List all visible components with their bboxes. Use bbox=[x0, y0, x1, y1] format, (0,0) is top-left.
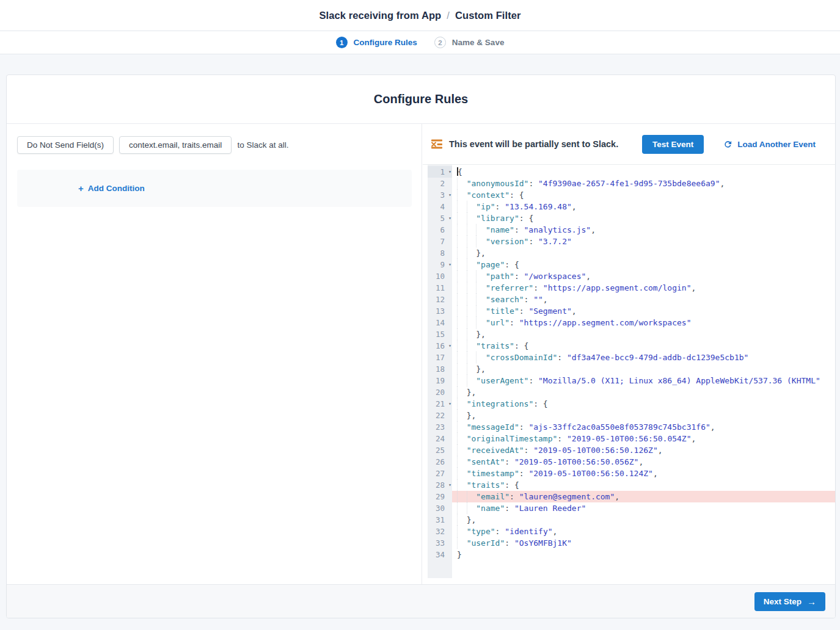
line-number[interactable]: 8 bbox=[428, 247, 452, 259]
line-number[interactable]: 25 bbox=[428, 444, 452, 456]
line-number[interactable]: 27 bbox=[428, 468, 452, 479]
code-line[interactable]: 17"crossDomainId": "df3a47ee-bcc9-479d-a… bbox=[423, 352, 835, 363]
line-number[interactable]: 29 bbox=[428, 491, 452, 502]
code-text[interactable]: "path": "/workspaces", bbox=[452, 270, 835, 282]
line-number[interactable]: 12 bbox=[428, 294, 452, 305]
add-condition-button[interactable]: + Add Condition bbox=[78, 184, 145, 193]
line-number[interactable]: 16▾ bbox=[428, 340, 452, 352]
code-line[interactable]: 29"email": "lauren@segment.com", bbox=[423, 491, 835, 502]
code-line[interactable]: 12"search": "", bbox=[423, 294, 835, 305]
code-text[interactable]: }, bbox=[452, 386, 835, 398]
code-text[interactable]: "type": "identify", bbox=[452, 526, 835, 537]
code-line[interactable]: 19"userAgent": "Mozilla/5.0 (X11; Linux … bbox=[423, 375, 835, 386]
code-line[interactable]: 26"sentAt": "2019-05-10T00:56:50.056Z", bbox=[423, 456, 835, 468]
code-text[interactable]: "originalTimestamp": "2019-05-10T00:56:5… bbox=[452, 433, 835, 444]
fold-caret-icon[interactable]: ▾ bbox=[448, 259, 451, 270]
code-line[interactable]: 28▾"traits": { bbox=[423, 479, 835, 491]
code-text[interactable]: "traits": { bbox=[452, 479, 835, 491]
code-text[interactable]: "anonymousId": "4f9390ae-2657-4fe1-9d95-… bbox=[452, 178, 835, 189]
code-text[interactable]: { bbox=[452, 166, 835, 178]
code-line[interactable]: 22}, bbox=[423, 410, 835, 421]
line-number[interactable]: 34 bbox=[428, 549, 452, 560]
code-text[interactable]: "sentAt": "2019-05-10T00:56:50.056Z", bbox=[452, 456, 835, 468]
code-text[interactable]: "traits": { bbox=[452, 340, 835, 352]
code-line[interactable]: 25"receivedAt": "2019-05-10T00:56:50.126… bbox=[423, 444, 835, 456]
line-number[interactable]: 15 bbox=[428, 328, 452, 340]
load-another-event-button[interactable]: Load Another Event bbox=[723, 140, 816, 149]
line-number[interactable]: 20 bbox=[428, 386, 452, 398]
code-line[interactable]: 4"ip": "13.54.169.48", bbox=[423, 201, 835, 212]
code-text[interactable]: } bbox=[452, 549, 835, 560]
code-text[interactable]: "crossDomainId": "df3a47ee-bcc9-479d-add… bbox=[452, 352, 835, 363]
fold-caret-icon[interactable]: ▾ bbox=[448, 340, 451, 352]
code-text[interactable]: "receivedAt": "2019-05-10T00:56:50.126Z"… bbox=[452, 444, 835, 456]
code-line[interactable]: 8}, bbox=[423, 247, 835, 259]
code-line[interactable]: 7"version": "3.7.2" bbox=[423, 236, 835, 247]
line-number[interactable]: 14 bbox=[428, 317, 452, 328]
code-line[interactable]: 10"path": "/workspaces", bbox=[423, 270, 835, 282]
line-number[interactable]: 30 bbox=[428, 502, 452, 514]
code-text[interactable]: "version": "3.7.2" bbox=[452, 236, 835, 247]
test-event-button[interactable]: Test Event bbox=[642, 135, 704, 154]
code-line[interactable]: 21▾"integrations": { bbox=[423, 398, 835, 410]
code-text[interactable]: }, bbox=[452, 328, 835, 340]
code-line[interactable]: 23"messageId": "ajs-33ffc2ac0a550e8f0537… bbox=[423, 421, 835, 433]
code-line[interactable]: 14"url": "https://app.segment.com/worksp… bbox=[423, 317, 835, 328]
code-line[interactable]: 20}, bbox=[423, 386, 835, 398]
step-name-save[interactable]: 2 Name & Save bbox=[434, 37, 505, 48]
code-text[interactable]: }, bbox=[452, 363, 835, 375]
line-number[interactable]: 10 bbox=[428, 270, 452, 282]
line-number[interactable]: 33 bbox=[428, 537, 452, 549]
field-action-selector[interactable]: Do Not Send Field(s) bbox=[17, 136, 114, 154]
code-text[interactable]: "name": "Lauren Reeder" bbox=[452, 502, 835, 514]
code-line[interactable]: 24"originalTimestamp": "2019-05-10T00:56… bbox=[423, 433, 835, 444]
line-number[interactable]: 21▾ bbox=[428, 398, 452, 410]
line-number[interactable]: 4 bbox=[428, 201, 452, 212]
code-line[interactable]: 31}, bbox=[423, 514, 835, 526]
line-number[interactable]: 13 bbox=[428, 305, 452, 317]
code-text[interactable]: "library": { bbox=[452, 212, 835, 224]
code-line[interactable]: 13"title": "Segment", bbox=[423, 305, 835, 317]
code-text[interactable]: "userAgent": "Mozilla/5.0 (X11; Linux x8… bbox=[452, 375, 835, 386]
code-text[interactable]: }, bbox=[452, 410, 835, 421]
code-text[interactable]: "ip": "13.54.169.48", bbox=[452, 201, 835, 212]
code-line[interactable]: 33"userId": "OsY6MFBj1K" bbox=[423, 537, 835, 549]
line-number[interactable]: 28▾ bbox=[428, 479, 452, 491]
line-number[interactable]: 2 bbox=[428, 178, 452, 189]
next-step-button[interactable]: Next Step → bbox=[754, 592, 825, 611]
code-text[interactable]: "referrer": "https://app.segment.com/log… bbox=[452, 282, 835, 294]
code-text[interactable]: "title": "Segment", bbox=[452, 305, 835, 317]
fold-caret-icon[interactable]: ▾ bbox=[448, 212, 451, 224]
code-line[interactable]: 9▾"page": { bbox=[423, 259, 835, 270]
code-line[interactable]: 6"name": "analytics.js", bbox=[423, 224, 835, 236]
fields-value-button[interactable]: context.email, traits.email bbox=[119, 136, 232, 154]
fold-caret-icon[interactable]: ▾ bbox=[448, 189, 451, 201]
line-number[interactable]: 7 bbox=[428, 236, 452, 247]
code-text[interactable]: "messageId": "ajs-33ffc2ac0a550e8f053789… bbox=[452, 421, 835, 433]
line-number[interactable]: 6 bbox=[428, 224, 452, 236]
code-text[interactable]: }, bbox=[452, 514, 835, 526]
line-number[interactable]: 19 bbox=[428, 375, 452, 386]
fold-caret-icon[interactable]: ▾ bbox=[448, 479, 451, 491]
fold-caret-icon[interactable]: ▾ bbox=[448, 166, 451, 178]
fold-caret-icon[interactable]: ▾ bbox=[448, 398, 451, 410]
code-text[interactable]: "context": { bbox=[452, 189, 835, 201]
code-text[interactable]: "integrations": { bbox=[452, 398, 835, 410]
code-text[interactable]: "search": "", bbox=[452, 294, 835, 305]
code-text[interactable]: }, bbox=[452, 247, 835, 259]
json-code-editor[interactable]: 1▾{2"anonymousId": "4f9390ae-2657-4fe1-9… bbox=[423, 164, 835, 578]
line-number[interactable]: 32 bbox=[428, 526, 452, 537]
code-text[interactable]: "page": { bbox=[452, 259, 835, 270]
code-line[interactable]: 15}, bbox=[423, 328, 835, 340]
code-text[interactable]: "url": "https://app.segment.com/workspac… bbox=[452, 317, 835, 328]
code-line[interactable]: 34} bbox=[423, 549, 835, 560]
code-line[interactable]: 5▾"library": { bbox=[423, 212, 835, 224]
line-number[interactable]: 1▾ bbox=[428, 166, 452, 178]
line-number[interactable]: 3▾ bbox=[428, 189, 452, 201]
code-line[interactable]: 3▾"context": { bbox=[423, 189, 835, 201]
step-configure-rules[interactable]: 1 Configure Rules bbox=[336, 37, 417, 48]
code-text[interactable]: "userId": "OsY6MFBj1K" bbox=[452, 537, 835, 549]
code-line[interactable]: 2"anonymousId": "4f9390ae-2657-4fe1-9d95… bbox=[423, 178, 835, 189]
code-line[interactable]: 1▾{ bbox=[423, 166, 835, 178]
code-line[interactable]: 32"type": "identify", bbox=[423, 526, 835, 537]
